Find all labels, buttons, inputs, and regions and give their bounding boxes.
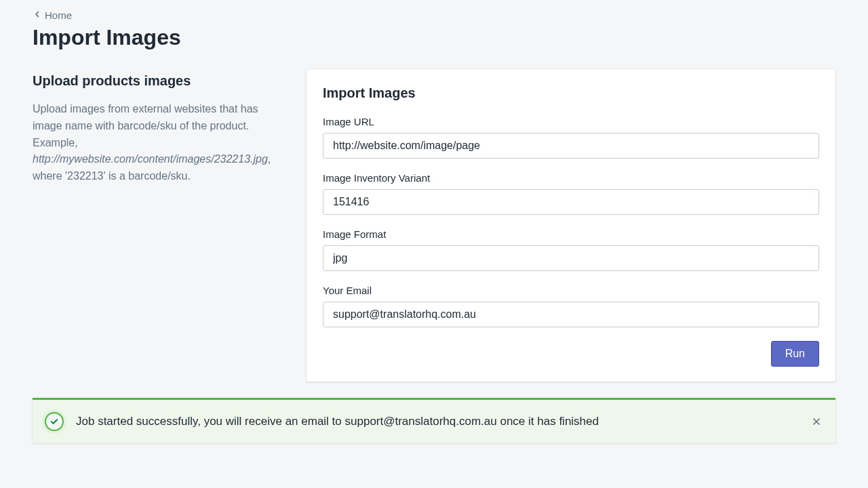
chevron-left-icon [33, 9, 42, 21]
side-description: Upload images from external websites tha… [33, 101, 290, 185]
side-desc-text: Upload images from external websites tha… [33, 103, 258, 148]
breadcrumb-label: Home [45, 9, 72, 21]
success-banner: Job started successfully, you will recei… [33, 398, 835, 443]
email-input[interactable] [323, 302, 819, 327]
breadcrumb-home[interactable]: Home [33, 9, 72, 21]
run-button[interactable]: Run [771, 341, 819, 367]
form-card: Import Images Image URL Image Inventory … [307, 69, 835, 382]
email-label: Your Email [323, 285, 819, 296]
side-heading: Upload products images [33, 73, 290, 89]
format-input[interactable] [323, 245, 819, 271]
side-panel: Upload products images Upload images fro… [33, 69, 290, 185]
close-icon[interactable] [810, 415, 823, 428]
image-url-input[interactable] [323, 133, 819, 159]
variant-label: Image Inventory Variant [323, 172, 819, 184]
side-desc-example: http://mywebsite.com/content/images/2322… [33, 153, 268, 165]
checkmark-circle-icon [45, 412, 64, 431]
image-url-label: Image URL [323, 116, 819, 127]
variant-input[interactable] [323, 189, 819, 215]
page-title: Import Images [33, 25, 835, 50]
banner-message: Job started successfully, you will recei… [76, 415, 797, 428]
format-label: Image Format [323, 228, 819, 240]
form-heading: Import Images [323, 85, 819, 101]
